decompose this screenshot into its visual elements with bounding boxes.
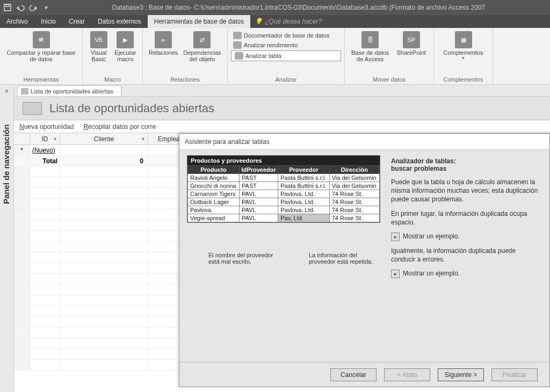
show-example-button[interactable]: ▸ bbox=[391, 233, 400, 241]
chevron-down-icon: ▼ bbox=[461, 56, 466, 61]
tab-archivo[interactable]: Archivo bbox=[0, 15, 34, 28]
sample-row: Vegie-spreadPAVLPav, Ltd.74 Rose St. bbox=[188, 214, 380, 222]
ribbon-group-complementos: Complementos bbox=[434, 76, 493, 84]
visual-basic-icon: VB bbox=[90, 31, 107, 48]
chevron-right-icon: » bbox=[5, 87, 9, 95]
documenter-icon bbox=[233, 32, 242, 39]
ribbon-group-analizar: Analizar bbox=[228, 76, 344, 84]
ribbon-group-mover: Mover datos bbox=[345, 76, 433, 84]
redo-icon[interactable] bbox=[29, 3, 38, 12]
next-button[interactable]: Siguiente > bbox=[438, 368, 484, 381]
wizard-heading: Analizador de tablas:buscar problemas bbox=[391, 157, 541, 172]
finish-button[interactable]: Finalizar bbox=[491, 368, 538, 381]
sample-row: Outback LagerPAVLPavlova, Ltd.74 Rose St… bbox=[188, 198, 380, 206]
ribbon-tabs: Archivo Inicio Crear Datos externos Herr… bbox=[0, 15, 550, 28]
chevron-down-icon[interactable]: ▼ bbox=[141, 136, 146, 142]
dependencies-icon: ⇄ bbox=[193, 31, 211, 48]
ribbon-group-herramientas: Herramientas bbox=[0, 76, 82, 84]
sample-row: Gnocchi di nonnaPASTPasta Buttini s.r.l.… bbox=[188, 182, 380, 190]
sample-row: PavlovaPAVLPavlova, Ltd.74 Rose St. bbox=[188, 206, 380, 214]
callout-repeated: La información del proveedor está repeti… bbox=[287, 250, 388, 267]
document-tab[interactable]: Lista de oportunidades abiertas bbox=[17, 85, 121, 96]
compact-repair-icon: 🛠 bbox=[33, 31, 50, 48]
ribbon-group-relaciones: Relaciones bbox=[143, 76, 227, 84]
ribbon: 🛠 Compactar y reparar base de datos Herr… bbox=[0, 28, 550, 85]
analyze-table-icon bbox=[235, 52, 243, 60]
analyze-perf-icon bbox=[233, 41, 242, 49]
sample-th-idproveedor: IdProveedor bbox=[240, 166, 278, 174]
tab-datos-externos[interactable]: Datos externos bbox=[91, 15, 148, 28]
wizard-footer: Cancelar < Atrás Siguiente > Finalizar bbox=[179, 362, 549, 387]
title-bar: ▾ Database3 : Base de datos- C:\Users\ad… bbox=[0, 0, 550, 15]
window-title: Database3 : Base de datos- C:\Users\admi… bbox=[50, 4, 547, 11]
visual-basic-button[interactable]: VBVisual Basic bbox=[86, 30, 112, 63]
tab-crear[interactable]: Crear bbox=[62, 15, 91, 28]
save-icon[interactable] bbox=[3, 3, 12, 12]
nav-pane-label: Panel de navegación bbox=[2, 125, 11, 204]
tab-herramientas-bd[interactable]: Herramientas de base de datos bbox=[148, 15, 250, 28]
relations-icon: ∞ bbox=[155, 31, 172, 48]
cell-cliente-new[interactable] bbox=[60, 145, 148, 155]
sample-row: Ravioli AngeloPASTPasta Buttini s.r.l.Vi… bbox=[188, 174, 380, 182]
cell-id-new[interactable]: (Nuevo) bbox=[30, 145, 60, 155]
document-tabs: Lista de oportunidades abiertas bbox=[14, 85, 550, 97]
wizard-paragraph: En primer lugar, la información duplicad… bbox=[391, 209, 541, 227]
analyze-table-button[interactable]: Analizar tabla bbox=[231, 50, 341, 61]
tell-me-search[interactable]: 💡¿Qué desea hacer? bbox=[250, 15, 322, 28]
collect-data-link[interactable]: Recopilar datos por corre bbox=[83, 123, 156, 130]
wizard-paragraph: Igualmente, la información duplicada pue… bbox=[391, 246, 541, 264]
callout-misspelled: El nombre del proveedor está mal escrito… bbox=[187, 250, 287, 267]
new-opportunity-link[interactable]: NNueva oportunidadueva oportunidad bbox=[19, 123, 74, 130]
show-example-button[interactable]: ▸ bbox=[391, 270, 400, 278]
sample-th-producto: Producto bbox=[188, 166, 240, 174]
svg-rect-1 bbox=[6, 4, 9, 6]
document-tab-label: Lista de oportunidades abiertas bbox=[31, 88, 113, 95]
run-macro-icon: ▶ bbox=[117, 31, 134, 48]
sample-th-direccion: Dirección bbox=[329, 166, 379, 174]
row-selector-header[interactable] bbox=[14, 133, 30, 144]
sharepoint-icon: SP bbox=[403, 31, 420, 48]
access-db-icon: 🗄 bbox=[361, 31, 379, 48]
total-value: 0 bbox=[60, 156, 148, 166]
wizard-paragraph: Puede que la tabla u hoja de cálculo alm… bbox=[391, 178, 541, 204]
addins-icon: ▦ bbox=[455, 31, 472, 48]
sample-th-proveedor: Proveedor bbox=[278, 166, 329, 174]
tab-inicio[interactable]: Inicio bbox=[34, 15, 62, 28]
column-header-cliente[interactable]: Cliente▼ bbox=[60, 133, 148, 144]
access-db-button[interactable]: 🗄Base de datos de Access bbox=[348, 30, 392, 63]
lightbulb-icon: 💡 bbox=[255, 18, 263, 25]
wizard-title: Asistente para analizar tablas bbox=[179, 134, 549, 150]
relations-button[interactable]: ∞Relaciones bbox=[146, 30, 180, 57]
back-button[interactable]: < Atrás bbox=[384, 368, 430, 381]
svg-rect-0 bbox=[4, 4, 11, 11]
compact-repair-button[interactable]: 🛠 Compactar y reparar base de datos bbox=[4, 30, 79, 63]
cancel-button[interactable]: Cancelar bbox=[330, 368, 377, 381]
ribbon-group-macro: Macro bbox=[83, 76, 142, 84]
barcode-icon bbox=[23, 102, 42, 115]
sample-table-illustration: Productos y proveedores Producto IdProve… bbox=[187, 155, 380, 223]
table-analyzer-wizard: Asistente para analizar tablas Productos… bbox=[179, 133, 550, 387]
form-icon bbox=[21, 88, 28, 95]
addins-button[interactable]: ▦Complementos▼ bbox=[438, 30, 489, 62]
new-row-indicator: * bbox=[14, 145, 30, 155]
undo-icon[interactable] bbox=[16, 3, 25, 12]
sample-table-title: Productos y proveedores bbox=[187, 156, 380, 165]
object-dependencies-button[interactable]: ⇄Dependencias del objeto bbox=[180, 30, 224, 63]
column-header-id[interactable]: ID▼ bbox=[30, 133, 60, 144]
form-title: Lista de oportunidades abiertas bbox=[49, 101, 214, 115]
sample-row: Carnarvon TigersPAVLPavlova, Ltd.74 Rose… bbox=[188, 190, 380, 198]
total-label: Total bbox=[30, 156, 60, 166]
qat-dropdown-icon[interactable]: ▾ bbox=[42, 3, 50, 12]
sharepoint-button[interactable]: SPSharePoint bbox=[392, 30, 430, 57]
run-macro-button[interactable]: ▶Ejecutar macro bbox=[112, 30, 139, 63]
db-documenter-button[interactable]: Documentador de base de datos bbox=[231, 31, 341, 40]
show-example-label: Mostrar un ejemplo. bbox=[403, 270, 460, 277]
chevron-down-icon[interactable]: ▼ bbox=[53, 136, 57, 142]
form-header: Lista de oportunidades abiertas bbox=[14, 97, 550, 120]
analyze-performance-button[interactable]: Analizar rendimiento bbox=[231, 41, 341, 49]
show-example-label: Mostrar un ejemplo. bbox=[403, 233, 460, 240]
form-toolbar: NNueva oportunidadueva oportunidad Recop… bbox=[14, 120, 550, 133]
